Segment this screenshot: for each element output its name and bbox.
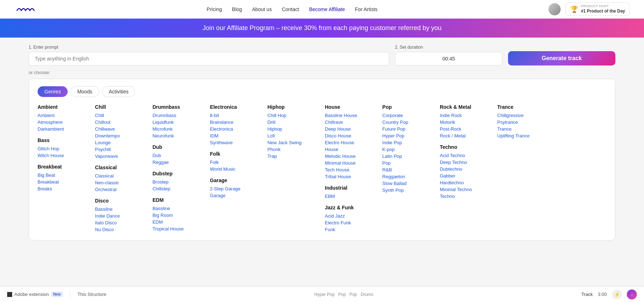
genre-item[interactable]: Disco House [325,132,377,139]
genre-item[interactable]: Phonk [267,146,319,153]
nav-artists[interactable]: For Artists [355,6,377,12]
genre-item[interactable]: Psytrance [497,119,549,126]
genre-item[interactable]: Latin Pop [382,153,434,160]
genre-item[interactable]: Electro Funk [325,219,377,226]
logo[interactable] [14,4,36,15]
affiliate-banner[interactable]: Join our Affiliate Program – receive 30%… [0,19,644,38]
genre-item[interactable]: Tribal House [325,173,377,180]
genre-item[interactable]: Neo-classic [95,179,147,186]
genre-item[interactable]: Italo Disco [95,219,147,226]
genre-item[interactable]: Post-Rock [440,126,492,132]
genre-item[interactable]: Chillgressive [497,112,549,119]
genre-item[interactable]: Acid Techno [440,152,492,159]
genre-item[interactable]: Chillrave [325,119,377,126]
nav-pricing[interactable]: Pricing [207,6,222,12]
genre-item[interactable]: Drill [267,119,319,126]
genre-item[interactable]: Motorik [440,119,492,126]
genre-item[interactable]: Classical [95,172,147,179]
genre-item[interactable]: World Music [210,166,262,172]
genre-item[interactable]: Glitch Hop [38,145,89,152]
tab-moods[interactable]: Moods [70,86,99,97]
genre-item[interactable]: Bassline [152,205,204,212]
genre-item[interactable]: Acid Jazz [325,213,377,219]
genre-item[interactable]: Braindance [210,119,262,126]
genre-item[interactable]: Tropical House [152,225,204,232]
tab-genres[interactable]: Genres [38,86,68,97]
genre-item[interactable]: Folk [210,159,262,166]
genre-item[interactable]: Hiphop [267,126,319,132]
genre-item[interactable]: Country Pop [382,119,434,126]
genre-item[interactable]: Big Beat [38,172,89,179]
genre-item[interactable]: Liquidfunk [152,119,204,126]
genre-item[interactable]: Lofi [267,132,319,139]
genre-item[interactable]: EDM [152,219,204,225]
genre-item[interactable]: Synth Pop [382,187,434,194]
genre-item[interactable]: Bassline House [325,112,377,119]
genre-item[interactable]: Trap [267,153,319,160]
genre-item[interactable]: Bassline [95,206,147,213]
genre-item[interactable]: Neurofunk [152,132,204,139]
genre-item[interactable]: Brostep [152,179,204,185]
genre-item[interactable]: Psychill [95,146,147,153]
genre-item[interactable]: Electronica [210,126,262,132]
genre-item[interactable]: EBM [325,193,377,200]
generate-button[interactable]: Generate track [508,51,615,65]
genre-item[interactable]: Minimal Techno [440,186,492,193]
genre-item[interactable]: Funk [325,226,377,233]
genre-item[interactable]: Electro House [325,139,377,146]
genre-item[interactable]: Microfunk [152,126,204,132]
genre-item[interactable]: Breaks [38,185,89,192]
prompt-input[interactable] [29,52,389,65]
genre-item[interactable]: Reggae [152,159,204,166]
genre-item[interactable]: Indie Pop [382,139,434,146]
duration-input[interactable] [395,52,502,65]
genre-item[interactable]: Corporate [382,112,434,119]
genre-item[interactable]: New Jack Swing [267,139,319,146]
genre-item[interactable]: Chill [95,112,147,119]
avatar[interactable] [548,3,561,15]
genre-item[interactable]: Slow Ballad [382,180,434,187]
genre-item[interactable]: K-pop [382,146,434,153]
genre-item[interactable]: Deep House [325,126,377,132]
genre-item[interactable]: Chillout [95,119,147,126]
genre-item[interactable]: Reggaeton [382,173,434,180]
genre-item[interactable]: Uplifting Trance [497,132,549,139]
nav-blog[interactable]: Blog [232,6,242,12]
genre-item[interactable]: Future Pop [382,126,434,132]
genre-item[interactable]: Hardtechno [440,179,492,186]
genre-item[interactable]: Minimal House [325,160,377,166]
genre-item[interactable]: Witch House [38,152,89,159]
genre-item[interactable]: Trance [497,126,549,132]
genre-item[interactable]: Big Room [152,212,204,219]
genre-item[interactable]: Chillwave [95,126,147,132]
genre-item[interactable]: Tech House [325,166,377,173]
genre-item[interactable]: Dub [152,152,204,159]
genre-item[interactable]: Indie Dance [95,213,147,219]
genre-item[interactable]: Lounge [95,139,147,146]
genre-item[interactable]: Vaporwave [95,153,147,160]
genre-item[interactable]: Garage [210,192,262,199]
genre-item[interactable]: Orchestral [95,186,147,193]
genre-item[interactable]: Breakbeat [38,179,89,185]
nav-contact[interactable]: Contact [282,6,299,12]
genre-item[interactable]: Synthwave [210,139,262,146]
genre-item[interactable]: Nu Disco [95,226,147,233]
genre-item[interactable]: Darkambient [38,126,89,132]
genre-item[interactable]: Atmosphere [38,119,89,126]
genre-item[interactable]: House [325,146,377,153]
genre-item[interactable]: IDM [210,132,262,139]
genre-item[interactable]: Melodic House [325,153,377,160]
genre-item[interactable]: Chill Hop [267,112,319,119]
genre-item[interactable]: Rock / Metal [440,132,492,139]
genre-item[interactable]: Hyper Pop [382,132,434,139]
genre-item[interactable]: Gabber [440,172,492,179]
genre-item[interactable]: Chillstep [152,185,204,192]
genre-item[interactable]: Drumnbass [152,112,204,119]
genre-item[interactable]: Pop [382,160,434,166]
genre-item[interactable]: 2-Step Garage [210,185,262,192]
genre-item[interactable]: 8-bit [210,112,262,119]
genre-item[interactable]: Downtempo [95,132,147,139]
genre-item[interactable]: Ambient [38,112,89,119]
product-hunt-badge[interactable]: 🏆 PRODUCT HUNT #1 Product of the Day [566,3,630,16]
nav-about[interactable]: About us [252,6,272,12]
